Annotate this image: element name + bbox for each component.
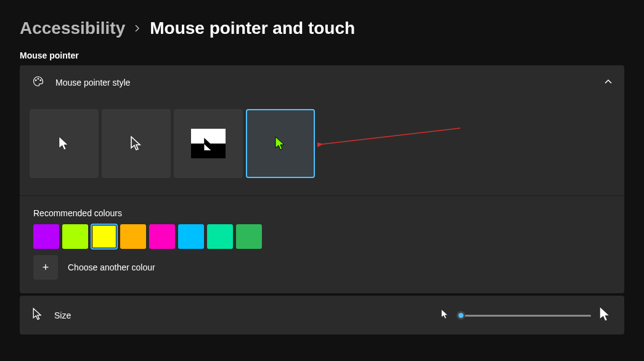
size-slider-group xyxy=(441,306,612,325)
recommended-colours-label: Recommended colours xyxy=(33,208,611,218)
breadcrumb-parent[interactable]: Accessibility xyxy=(20,18,125,38)
section-label: Mouse pointer xyxy=(20,51,624,60)
colour-swatch[interactable] xyxy=(33,224,59,249)
pointer-style-card: Mouse pointer style xyxy=(20,65,624,293)
chevron-right-icon xyxy=(134,22,141,35)
colour-swatch-row xyxy=(33,224,611,249)
pointer-style-white[interactable] xyxy=(30,109,99,178)
chevron-up-icon xyxy=(605,78,612,87)
colour-swatch[interactable] xyxy=(120,224,146,249)
svg-point-1 xyxy=(38,78,39,79)
breadcrumb-current: Mouse pointer and touch xyxy=(150,18,355,38)
add-colour-button[interactable]: + xyxy=(33,255,58,280)
colour-swatch[interactable] xyxy=(91,224,117,249)
choose-colour-label: Choose another colour xyxy=(68,262,155,272)
annotation-arrow xyxy=(317,127,465,164)
slider-thumb[interactable] xyxy=(457,311,465,320)
colour-swatch[interactable] xyxy=(62,224,88,249)
pointer-style-black[interactable] xyxy=(102,109,171,178)
cursor-icon xyxy=(32,307,43,323)
plus-icon: + xyxy=(43,261,49,274)
colour-swatch[interactable] xyxy=(236,224,262,249)
palette-icon xyxy=(32,75,44,89)
size-slider[interactable] xyxy=(457,314,591,317)
cursor-small-icon xyxy=(441,309,449,322)
pointer-style-options xyxy=(20,99,624,196)
colour-swatch[interactable] xyxy=(149,224,175,249)
svg-point-2 xyxy=(40,80,41,81)
svg-line-3 xyxy=(322,128,460,144)
size-title: Size xyxy=(54,310,71,320)
pointer-style-inverted[interactable] xyxy=(174,109,243,178)
svg-point-0 xyxy=(35,80,36,81)
size-card: Size xyxy=(20,296,624,335)
recommended-colours-block: Recommended colours + Choose another col… xyxy=(20,196,624,293)
pointer-style-custom[interactable] xyxy=(246,109,315,178)
pointer-style-header[interactable]: Mouse pointer style xyxy=(20,65,624,99)
cursor-large-icon xyxy=(598,306,612,325)
pointer-style-title: Mouse pointer style xyxy=(55,78,130,87)
breadcrumb: Accessibility Mouse pointer and touch xyxy=(20,18,624,38)
colour-swatch[interactable] xyxy=(207,224,233,249)
colour-swatch[interactable] xyxy=(178,224,204,249)
